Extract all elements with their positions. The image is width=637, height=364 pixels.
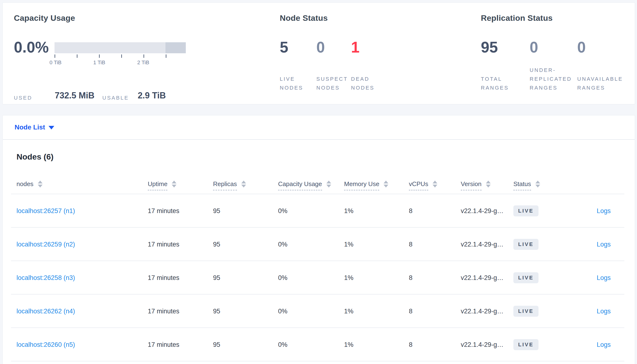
vcpus-cell: 8 [409, 308, 413, 315]
vcpus-cell: 8 [409, 274, 413, 282]
capacity-gauge-bar [55, 42, 186, 53]
gauge-tick [77, 54, 78, 58]
version-cell: v22.1.4-29-g… [461, 207, 504, 215]
nodes-heading: Nodes (6) [17, 152, 54, 162]
total-ranges-count: 95 [481, 38, 498, 56]
replicas-cell: 95 [213, 241, 220, 248]
gauge-tick [143, 54, 144, 58]
column-header-status[interactable]: Status [513, 180, 540, 188]
column-header-replicas[interactable]: Replicas [213, 180, 246, 188]
memory-cell: 1% [344, 207, 354, 215]
dead-nodes-count: 1 [351, 38, 360, 56]
column-header-uptime[interactable]: Uptime [148, 180, 176, 188]
status-badge: LIVE [513, 272, 538, 283]
column-header-vcpus[interactable]: vCPUs [409, 180, 437, 188]
memory-cell: 1% [344, 241, 354, 248]
column-header-version[interactable]: Version [461, 180, 491, 188]
sort-icon[interactable] [327, 180, 331, 188]
sort-icon[interactable] [38, 180, 43, 188]
column-header-capacity-usage[interactable]: Capacity Usage [278, 180, 331, 188]
node-link[interactable]: localhost:26260 (n5) [17, 341, 75, 348]
table-body: localhost:26257 (n1) 17 minutes 95 0% 1%… [3, 194, 635, 361]
under-replicated-ranges-count: 0 [530, 38, 538, 56]
capacity-cell: 0% [278, 341, 287, 348]
used-label: USED [14, 95, 32, 101]
node-link[interactable]: localhost:26258 (n3) [17, 274, 75, 282]
table-row: localhost:26262 (n4) 17 minutes 95 0% 1%… [3, 294, 635, 328]
node-status-title: Node Status [280, 14, 328, 23]
status-badge: LIVE [513, 339, 538, 350]
capacity-cell: 0% [278, 241, 287, 248]
column-header-nodes[interactable]: nodes [17, 180, 43, 188]
node-link[interactable]: localhost:26257 (n1) [17, 207, 75, 215]
suspect-nodes-label: SUSPECT NODES [316, 74, 348, 92]
sort-icon[interactable] [241, 180, 246, 188]
used-value: 732.5 MiB [55, 90, 95, 100]
uptime-cell: 17 minutes [148, 274, 179, 282]
suspect-nodes-count: 0 [316, 38, 325, 56]
replicas-cell: 95 [213, 207, 220, 215]
usable-value: 2.9 TiB [138, 90, 166, 100]
status-badge: LIVE [513, 239, 538, 250]
uptime-cell: 17 minutes [148, 207, 179, 215]
logs-link[interactable]: Logs [596, 341, 611, 348]
capacity-usage-title: Capacity Usage [14, 14, 75, 23]
total-ranges-label: TOTAL RANGES [481, 74, 509, 92]
replicas-cell: 95 [213, 341, 220, 348]
replicas-cell: 95 [213, 308, 220, 315]
node-list-dropdown[interactable]: Node List [15, 124, 45, 131]
gauge-tick-label: 2 TiB [137, 60, 149, 66]
sort-icon[interactable] [535, 180, 540, 188]
replicas-cell: 95 [213, 274, 220, 282]
usable-label: USABLE [102, 95, 129, 101]
gauge-tick [166, 54, 166, 58]
column-header-memory-use[interactable]: Memory Use [344, 180, 388, 188]
node-link[interactable]: localhost:26262 (n4) [17, 308, 75, 315]
table-header-row: nodes Uptime Replicas Capacity Usage Mem… [3, 176, 635, 194]
table-row: localhost:26258 (n3) 17 minutes 95 0% 1%… [3, 261, 635, 294]
node-link[interactable]: localhost:26259 (n2) [17, 241, 75, 248]
sort-icon[interactable] [384, 180, 388, 188]
logs-link[interactable]: Logs [596, 274, 611, 282]
logs-link[interactable]: Logs [596, 241, 611, 248]
capacity-cell: 0% [278, 207, 287, 215]
table-row: localhost:26260 (n5) 17 minutes 95 0% 1%… [3, 328, 635, 361]
sort-icon[interactable] [172, 180, 176, 188]
live-nodes-label: LIVE NODES [280, 74, 303, 92]
version-cell: v22.1.4-29-g… [461, 241, 504, 248]
vcpus-cell: 8 [409, 341, 413, 348]
capacity-cell: 0% [278, 274, 287, 282]
unavailable-ranges-count: 0 [577, 38, 586, 56]
version-cell: v22.1.4-29-g… [461, 274, 504, 282]
cluster-overview-page: Capacity Usage 0.0% 0 TiB 1 TiB 2 TiB US… [0, 0, 637, 364]
uptime-cell: 17 minutes [148, 341, 179, 348]
chevron-down-icon[interactable] [49, 126, 54, 130]
gauge-tick-label: 1 TiB [93, 60, 105, 66]
gauge-tick [55, 54, 55, 58]
uptime-cell: 17 minutes [148, 308, 179, 315]
uptime-cell: 17 minutes [148, 241, 179, 248]
view-selector-bar: Node List [3, 115, 635, 140]
replication-status-title: Replication Status [481, 14, 553, 23]
version-cell: v22.1.4-29-g… [461, 341, 504, 348]
gauge-tick [121, 54, 122, 58]
capacity-cell: 0% [278, 308, 287, 315]
logs-link[interactable]: Logs [596, 207, 611, 215]
unavailable-ranges-label: UNAVAILABLE RANGES [577, 74, 623, 92]
memory-cell: 1% [344, 308, 354, 315]
vcpus-cell: 8 [409, 207, 413, 215]
summary-card: Capacity Usage 0.0% 0 TiB 1 TiB 2 TiB US… [3, 2, 635, 104]
live-nodes-count: 5 [280, 38, 288, 56]
gauge-tick-label: 0 TiB [50, 60, 62, 66]
version-cell: v22.1.4-29-g… [461, 308, 504, 315]
gauge-tick [99, 54, 100, 58]
nodes-card: Nodes (6) nodes Uptime Replicas Capacity… [3, 140, 635, 364]
memory-cell: 1% [344, 274, 354, 282]
status-badge: LIVE [513, 206, 538, 216]
divider [11, 361, 624, 361]
logs-link[interactable]: Logs [596, 308, 611, 315]
memory-cell: 1% [344, 341, 354, 348]
sort-icon[interactable] [433, 180, 437, 188]
sort-icon[interactable] [486, 180, 491, 188]
under-replicated-ranges-label: UNDER- REPLICATED RANGES [530, 66, 572, 92]
